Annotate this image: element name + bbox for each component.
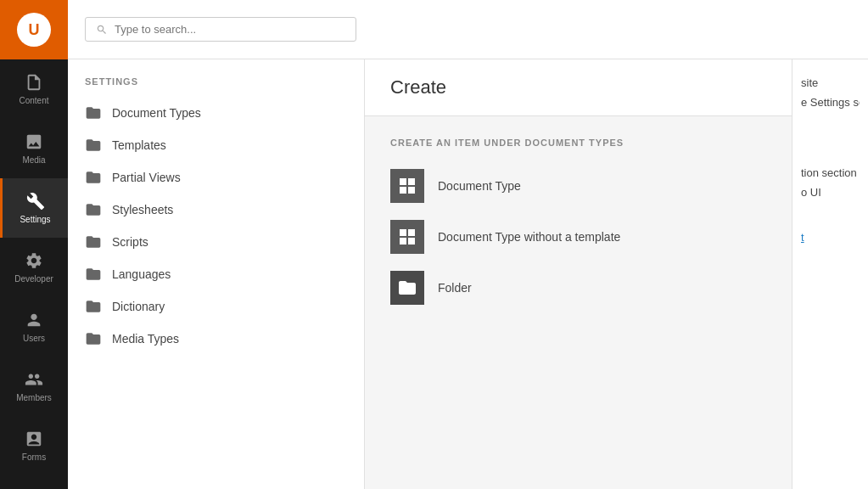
folder-icon-stylesheets	[85, 201, 102, 218]
sidebar-item-stylesheets-label: Stylesheets	[112, 203, 173, 216]
right-panel-line2: e Settings se	[801, 96, 860, 109]
create-panel: Create CREATE AN ITEM UNDER DOCUMENT TYP…	[365, 59, 792, 489]
create-section-heading: CREATE AN ITEM UNDER DOCUMENT TYPES	[390, 138, 766, 148]
nav-item-media[interactable]: Media	[0, 119, 68, 178]
document-type-no-template-icon	[390, 220, 424, 254]
sidebar-item-templates[interactable]: Templates	[68, 129, 364, 161]
right-panel: site e Settings se tion section o UI t	[792, 59, 868, 489]
folder-icon-languages	[85, 266, 102, 283]
folder-solid-icon	[397, 278, 417, 298]
nav-item-settings[interactable]: Settings	[0, 178, 68, 238]
right-panel-link[interactable]: t	[801, 231, 860, 244]
nav-item-forms-label: Forms	[22, 452, 46, 462]
nav-item-developer-label: Developer	[14, 274, 53, 284]
create-item-folder[interactable]: Folder	[390, 262, 766, 313]
sidebar-item-dictionary-label: Dictionary	[112, 300, 165, 313]
sidebar-item-stylesheets[interactable]: Stylesheets	[68, 194, 364, 226]
folder-icon-media-types	[85, 330, 102, 347]
sidebar-item-media-types[interactable]: Media Types	[68, 323, 364, 355]
create-panel-header: Create	[365, 59, 792, 116]
folder-icon-partial-views	[85, 169, 102, 186]
nav-item-members-label: Members	[16, 393, 52, 402]
nav-item-media-label: Media	[22, 155, 45, 165]
create-item-document-type-no-template[interactable]: Document Type without a template	[390, 211, 766, 262]
nav-item-forms[interactable]: Forms	[0, 416, 68, 475]
create-item-document-type[interactable]: Document Type	[390, 160, 766, 211]
user-icon	[25, 311, 43, 329]
wrench-icon	[26, 192, 45, 211]
document-type-icon	[390, 169, 424, 203]
search-input[interactable]	[115, 23, 345, 36]
sidebar-item-partial-views-label: Partial Views	[112, 171, 181, 184]
search-icon	[96, 24, 108, 36]
nav-item-users[interactable]: Users	[0, 297, 68, 357]
right-panel-line1: site	[801, 76, 860, 89]
nav-item-content[interactable]: Content	[0, 59, 68, 119]
nav-item-users-label: Users	[23, 334, 45, 343]
create-item-document-type-label: Document Type	[438, 179, 521, 193]
image-icon	[25, 132, 43, 151]
logo-button[interactable]: U	[0, 0, 68, 59]
search-bar	[68, 0, 868, 59]
sidebar-item-scripts[interactable]: Scripts	[68, 226, 364, 258]
settings-heading: SETTINGS	[68, 76, 364, 97]
folder-icon-document-types	[85, 104, 102, 121]
main-area: SETTINGS Document Types Templates Partia…	[68, 0, 868, 489]
gear-icon	[25, 251, 43, 270]
grid-outline-icon	[397, 227, 417, 247]
left-navigation: U Content Media Settings Developer Users…	[0, 0, 68, 489]
search-wrapper[interactable]	[85, 17, 356, 42]
nav-item-content-label: Content	[19, 96, 48, 105]
create-item-folder-label: Folder	[438, 281, 472, 295]
sidebar-item-document-types[interactable]: Document Types	[68, 97, 364, 129]
sidebar-item-languages-label: Languages	[112, 267, 171, 281]
sidebar-item-dictionary[interactable]: Dictionary	[68, 290, 364, 323]
nav-item-developer[interactable]: Developer	[0, 238, 68, 297]
nav-item-settings-label: Settings	[20, 215, 50, 224]
right-panel-line3: tion section	[801, 166, 860, 179]
folder-icon-scripts	[85, 233, 102, 250]
folder-icon-templates	[85, 137, 102, 154]
members-icon	[25, 370, 43, 389]
nav-item-members[interactable]: Members	[0, 357, 68, 416]
folder-icon-dictionary	[85, 298, 102, 315]
folder-create-icon	[390, 271, 424, 305]
sidebar-item-media-types-label: Media Types	[112, 332, 179, 346]
sidebar-item-templates-label: Templates	[112, 138, 166, 152]
grid-icon	[397, 176, 417, 196]
sidebar-item-document-types-label: Document Types	[112, 106, 201, 120]
logo-icon: U	[17, 13, 51, 47]
content-area: SETTINGS Document Types Templates Partia…	[68, 59, 868, 489]
forms-icon	[25, 430, 43, 448]
sidebar-item-partial-views[interactable]: Partial Views	[68, 161, 364, 194]
sidebar-item-languages[interactable]: Languages	[68, 258, 364, 290]
sidebar-item-scripts-label: Scripts	[112, 235, 148, 249]
create-item-document-type-no-template-label: Document Type without a template	[438, 230, 620, 244]
create-section: CREATE AN ITEM UNDER DOCUMENT TYPES Docu…	[365, 116, 792, 334]
right-panel-line4: o UI	[801, 186, 860, 199]
file-icon	[25, 73, 43, 92]
create-title: Create	[390, 76, 446, 98]
settings-sidebar: SETTINGS Document Types Templates Partia…	[68, 59, 365, 489]
